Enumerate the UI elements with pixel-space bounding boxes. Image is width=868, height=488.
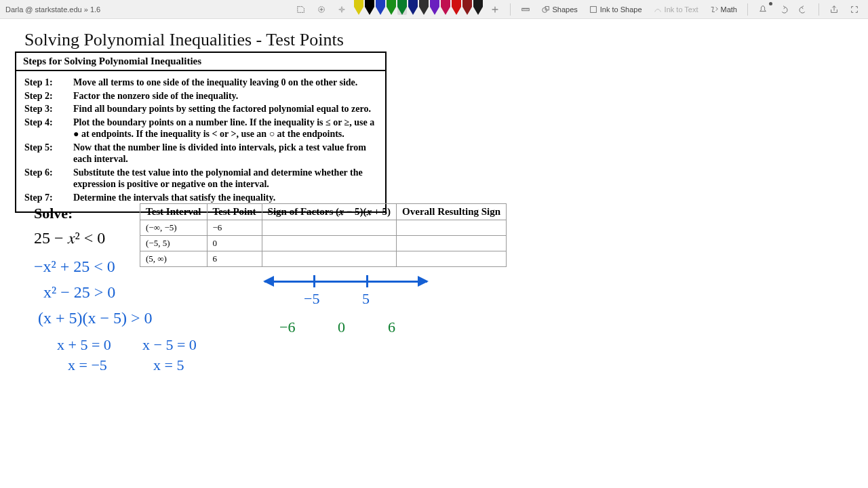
pen-6[interactable]: [419, 0, 429, 15]
number-line-tick-5: [366, 275, 368, 287]
user-crumb: Darla @ starkstate.edu » 1.6: [5, 5, 100, 14]
handwritten-eq-a: x + 5 = 0: [57, 336, 111, 354]
lasso-select-button[interactable]: [293, 3, 309, 16]
pen-4[interactable]: [397, 0, 407, 15]
handwritten-step2: x² − 25 > 0: [43, 283, 115, 302]
add-pen-button[interactable]: [487, 3, 503, 16]
table-row: (5, ∞)6: [140, 251, 507, 267]
notification-badge: [769, 2, 772, 5]
table-cell-overall: [397, 220, 507, 236]
ink-to-shape-label: Ink to Shape: [600, 5, 642, 14]
table-cell-interval: (−5, 5): [140, 236, 208, 251]
number-line: −5 5: [264, 270, 427, 304]
step-text: Determine the intervals that satisfy the…: [73, 192, 377, 204]
pen-2[interactable]: [376, 0, 385, 15]
step-num: Step 3:: [24, 103, 61, 115]
pen-11[interactable]: [473, 0, 483, 15]
test-point-0: 0: [338, 319, 345, 336]
table-cell-interval: (5, ∞): [140, 251, 208, 267]
handwritten-sol-b: x = 5: [153, 357, 184, 374]
number-line-tick-neg5: [313, 275, 315, 287]
ink-to-text-button[interactable]: Ink to Text: [650, 3, 702, 16]
pen-9[interactable]: [452, 0, 461, 15]
number-line-arrow-right: [418, 276, 429, 287]
step-row-1: Step 1:Move all terms to one side of the…: [24, 77, 377, 89]
step-row-2: Step 2:Factor the nonzero side of the in…: [24, 90, 377, 102]
eraser-button[interactable]: [334, 3, 350, 16]
fullscreen-button[interactable]: [846, 3, 863, 16]
pen-0[interactable]: [354, 0, 363, 15]
pen-7[interactable]: [430, 0, 439, 15]
pen-1[interactable]: [365, 0, 374, 15]
solve-expression: 25 − 𝑥² < 0: [34, 229, 105, 247]
test-point-6: 6: [388, 319, 395, 336]
app-toolbar: Darla @ starkstate.edu » 1.6 Shapes Ink …: [0, 0, 868, 19]
ink-to-text-label: Ink to Text: [665, 5, 698, 14]
svg-rect-4: [590, 6, 596, 12]
pen-5[interactable]: [408, 0, 418, 15]
handwritten-eq-b: x − 5 = 0: [142, 336, 197, 354]
table-cell-point: −6: [207, 220, 262, 236]
step-row-5: Step 5:Now that the number line is divid…: [24, 142, 377, 165]
insert-space-button[interactable]: [313, 3, 330, 16]
table-header-0: Test Interval: [140, 204, 208, 220]
solve-label: Solve:: [34, 205, 73, 222]
handwritten-sol-a: x = −5: [68, 357, 107, 374]
step-num: Step 1:: [24, 77, 61, 89]
ruler-button[interactable]: [517, 3, 534, 16]
page-title: Solving Polynomial Inequalities - Test P…: [24, 30, 344, 50]
table-cell-point: 0: [207, 236, 262, 251]
table-cell-point: 6: [207, 251, 262, 267]
handwritten-step3: (x + 5)(x − 5) > 0: [38, 309, 153, 327]
table-cell-interval: (−∞, −5): [140, 220, 208, 236]
step-text: Find all boundary points by setting the …: [73, 103, 377, 115]
math-button[interactable]: Math: [706, 3, 741, 16]
undo-button[interactable]: [775, 3, 791, 16]
step-text: Substitute the test value into the polyn…: [73, 167, 377, 190]
test-table: Test IntervalTest PointSign of Factors (…: [140, 203, 507, 267]
table-cell-overall: [397, 236, 507, 251]
number-line-axis: [264, 281, 427, 283]
step-row-4: Step 4:Plot the boundary points on a num…: [24, 117, 377, 140]
table-header-2: Sign of Factors (𝑥 − 5)(𝑥 + 5): [262, 204, 396, 220]
pen-10[interactable]: [462, 0, 472, 15]
table-cell-sign: [262, 236, 396, 251]
table-row: (−∞, −5)−6: [140, 220, 507, 236]
step-row-7: Step 7:Determine the intervals that sati…: [24, 192, 377, 204]
step-row-6: Step 6:Substitute the test value into th…: [24, 167, 377, 190]
whiteboard-canvas[interactable]: Solving Polynomial Inequalities - Test P…: [0, 19, 868, 488]
step-text: Factor the nonzero side of the inequalit…: [73, 90, 377, 102]
number-line-label-5: 5: [362, 290, 370, 308]
step-num: Step 5:: [24, 142, 61, 165]
number-line-label-neg5: −5: [304, 290, 319, 308]
step-num: Step 6:: [24, 167, 61, 190]
table-row: (−5, 5)0: [140, 236, 507, 251]
step-num: Step 2:: [24, 90, 61, 102]
shapes-button[interactable]: Shapes: [538, 3, 581, 16]
steps-box: Steps for Solving Polynomial Inequalitie…: [15, 52, 387, 213]
test-point-neg6: −6: [279, 319, 295, 336]
step-num: Step 7:: [24, 192, 61, 204]
table-cell-sign: [262, 251, 396, 267]
step-text: Now that the number line is divided into…: [73, 142, 377, 165]
step-row-3: Step 3:Find all boundary points by setti…: [24, 103, 377, 115]
redo-button[interactable]: [795, 3, 812, 16]
table-header-1: Test Point: [207, 204, 262, 220]
shapes-label: Shapes: [553, 5, 578, 14]
math-label: Math: [721, 5, 737, 14]
share-button[interactable]: [826, 3, 842, 16]
handwritten-step1: −x² + 25 < 0: [34, 258, 115, 276]
step-text: Move all terms to one side of the inequa…: [73, 77, 377, 89]
steps-heading: Steps for Solving Polynomial Inequalitie…: [16, 53, 385, 71]
table-header-3: Overall Resulting Sign: [397, 204, 507, 220]
table-cell-sign: [262, 220, 396, 236]
table-cell-overall: [397, 251, 507, 267]
step-text: Plot the boundary points on a number lin…: [73, 117, 377, 140]
step-num: Step 4:: [24, 117, 61, 140]
ink-to-shape-button[interactable]: Ink to Shape: [585, 3, 646, 16]
pen-palette: [354, 0, 483, 19]
pen-3[interactable]: [387, 0, 396, 15]
pen-8[interactable]: [441, 0, 450, 15]
notifications-button[interactable]: [755, 3, 771, 16]
